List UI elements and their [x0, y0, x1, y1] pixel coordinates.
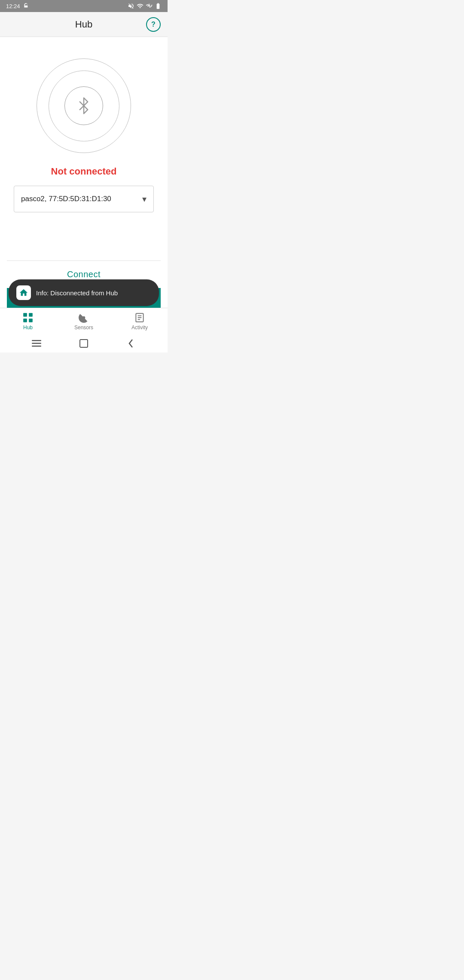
activity-nav-label: Activity [131, 325, 148, 331]
system-nav-bar [0, 334, 168, 352]
svg-rect-10 [32, 343, 41, 344]
svg-rect-3 [29, 318, 33, 322]
ghost-icon [23, 3, 30, 9]
device-name: pasco2, 77:5D:5D:31:D1:30 [21, 195, 111, 203]
sensors-nav-icon [78, 312, 89, 323]
sensors-nav-label: Sensors [74, 325, 93, 331]
content-wrapper: Not connected pasco2, 77:5D:5D:31:D1:30 … [7, 46, 161, 260]
hub-nav-icon [22, 312, 34, 323]
activity-nav-icon [134, 312, 145, 323]
status-bar: 12:24 [0, 0, 168, 12]
wifi-icon [137, 3, 143, 9]
connection-status: Not connected [51, 166, 117, 177]
back-button[interactable] [125, 337, 137, 349]
main-content: Not connected pasco2, 77:5D:5D:31:D1:30 … [0, 37, 168, 310]
back-icon [128, 339, 134, 348]
chevron-down-icon: ▾ [142, 194, 147, 204]
bluetooth-icon [75, 95, 92, 116]
svg-rect-12 [80, 340, 88, 347]
status-time: 12:24 [6, 3, 20, 9]
help-icon: ? [151, 21, 156, 28]
home-icon [79, 339, 89, 348]
toast-app-icon [16, 285, 31, 300]
nav-item-activity[interactable]: Activity [112, 309, 168, 333]
svg-rect-11 [32, 346, 41, 347]
bottom-nav: Hub Sensors Activity [0, 308, 168, 334]
circle-middle [49, 70, 119, 141]
battery-icon [155, 3, 162, 9]
home-button[interactable] [78, 337, 90, 349]
circle-outer [37, 58, 131, 153]
svg-rect-0 [23, 313, 27, 317]
help-button[interactable]: ? [146, 17, 161, 32]
svg-rect-2 [23, 318, 27, 322]
circle-inner [64, 86, 103, 125]
home-app-icon [19, 288, 28, 297]
signal-icon [146, 3, 153, 9]
svg-rect-1 [29, 313, 33, 317]
app-bar: Hub ? [0, 12, 168, 37]
page-title: Hub [75, 19, 92, 30]
menu-button[interactable] [31, 337, 43, 349]
status-right [128, 3, 162, 9]
toast-notification: Info: Disconnected from Hub [9, 279, 159, 306]
svg-rect-9 [32, 340, 41, 341]
bluetooth-animation [37, 58, 131, 153]
nav-item-hub[interactable]: Hub [0, 309, 56, 333]
mute-icon [128, 3, 134, 9]
hub-nav-label: Hub [23, 325, 33, 331]
nav-item-sensors[interactable]: Sensors [56, 309, 112, 333]
status-left: 12:24 [6, 3, 30, 9]
menu-icon [32, 340, 41, 347]
device-selector[interactable]: pasco2, 77:5D:5D:31:D1:30 ▾ [14, 186, 154, 212]
toast-message: Info: Disconnected from Hub [36, 289, 118, 297]
